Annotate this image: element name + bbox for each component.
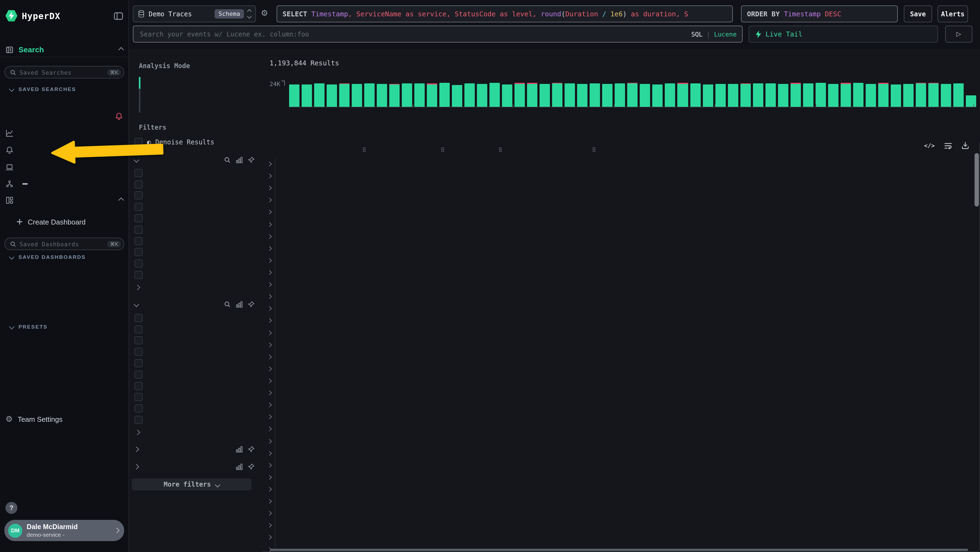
checkbox[interactable] — [134, 314, 143, 322]
saved-search-item[interactable] — [5, 110, 123, 122]
row-expand-chevron[interactable] — [268, 531, 275, 544]
filter-checkbox-item[interactable] — [129, 167, 262, 179]
nav-search[interactable]: Search — [5, 44, 123, 56]
row-expand-chevron[interactable] — [268, 411, 275, 423]
row-expand-chevron[interactable] — [268, 423, 275, 435]
chart-icon[interactable] — [236, 301, 243, 308]
filter-checkbox-item[interactable] — [129, 346, 262, 358]
filter-checkbox-item[interactable] — [129, 269, 262, 281]
lang-sql[interactable]: SQL — [691, 30, 703, 38]
row-expand-chevron[interactable] — [268, 242, 275, 254]
table-row[interactable] — [262, 242, 980, 254]
chart-icon[interactable] — [236, 446, 243, 453]
team-settings-button[interactable]: ⚙ Team Settings — [5, 413, 123, 425]
show-more-button[interactable] — [129, 427, 262, 438]
table-row[interactable] — [262, 170, 980, 182]
play-button[interactable]: ▷ — [945, 26, 972, 43]
table-row[interactable] — [262, 158, 980, 170]
checkbox[interactable] — [134, 271, 143, 279]
saved-searches-section[interactable]: SAVED SEARCHES — [10, 86, 76, 92]
column-header-level[interactable] — [441, 147, 499, 152]
query-language-toggle[interactable]: SQL | Lucene — [691, 30, 737, 38]
row-expand-chevron[interactable] — [268, 471, 275, 483]
column-header-service[interactable] — [363, 147, 441, 152]
filter-checkbox-item[interactable] — [129, 312, 262, 324]
row-expand-chevron[interactable] — [268, 303, 275, 315]
analysis-mode-results-table[interactable] — [148, 75, 253, 88]
row-expand-chevron[interactable] — [268, 278, 275, 290]
row-expand-chevron[interactable] — [268, 182, 275, 194]
table-row[interactable] — [262, 459, 980, 471]
table-row[interactable] — [262, 278, 980, 290]
source-select[interactable]: Demo Traces Schema — [133, 5, 256, 22]
filter-group-header[interactable] — [129, 298, 262, 311]
checkbox[interactable] — [134, 370, 143, 379]
table-row[interactable] — [262, 266, 980, 278]
filter-checkbox-item[interactable] — [129, 224, 262, 235]
row-expand-chevron[interactable] — [268, 520, 275, 531]
filter-checkbox-item[interactable] — [129, 190, 262, 201]
user-menu[interactable]: DM Dale McDiarmid demo-service - — [4, 520, 124, 541]
checkbox[interactable] — [134, 359, 143, 367]
row-expand-chevron[interactable] — [268, 387, 275, 399]
pin-icon[interactable] — [248, 301, 255, 308]
schema-badge[interactable]: Schema — [215, 9, 244, 19]
table-row[interactable] — [262, 194, 980, 206]
chart-icon[interactable] — [236, 463, 243, 471]
vertical-scrollbar[interactable] — [975, 153, 979, 206]
table-row[interactable] — [262, 315, 980, 327]
table-row[interactable] — [262, 423, 980, 435]
sidebar-collapse-icon[interactable] — [114, 12, 123, 20]
checkbox[interactable] — [134, 404, 143, 413]
saved-searches-input[interactable]: Saved Searches ⌘K — [4, 66, 124, 78]
table-row[interactable] — [262, 182, 980, 194]
row-expand-chevron[interactable] — [268, 158, 275, 170]
row-expand-chevron[interactable] — [268, 351, 275, 363]
search-icon[interactable] — [224, 301, 231, 308]
filter-checkbox-item[interactable] — [129, 391, 262, 403]
checkbox[interactable] — [134, 382, 143, 390]
checkbox[interactable] — [134, 203, 143, 211]
filter-checkbox-item[interactable] — [129, 201, 262, 213]
filter-checkbox-item[interactable] — [129, 179, 262, 190]
checkbox[interactable] — [134, 248, 143, 256]
drag-grip-icon[interactable] — [592, 147, 596, 152]
show-more-button[interactable] — [129, 282, 262, 293]
checkbox[interactable] — [134, 180, 143, 188]
row-expand-chevron[interactable] — [268, 339, 275, 351]
pin-icon[interactable] — [248, 446, 255, 453]
sidebar-item-chart-explorer[interactable] — [5, 127, 123, 139]
wrap-text-icon[interactable] — [944, 142, 952, 149]
filter-checkbox-item[interactable] — [129, 247, 262, 258]
presets-section[interactable]: PRESETS — [10, 324, 48, 330]
row-expand-chevron[interactable] — [268, 459, 275, 471]
row-expand-chevron[interactable] — [268, 266, 275, 278]
row-expand-chevron[interactable] — [268, 218, 275, 230]
table-row[interactable] — [262, 531, 980, 544]
row-expand-chevron[interactable] — [268, 170, 275, 182]
table-row[interactable] — [262, 230, 980, 242]
more-filters-button[interactable]: More filters — [132, 479, 251, 490]
checkbox[interactable] — [134, 191, 143, 200]
drag-grip-icon[interactable] — [499, 147, 502, 152]
checkbox[interactable] — [134, 260, 143, 268]
row-expand-chevron[interactable] — [268, 507, 275, 519]
checkbox[interactable] — [134, 214, 143, 222]
row-expand-chevron[interactable] — [268, 495, 275, 507]
code-view-icon[interactable]: </> — [924, 142, 935, 149]
filter-checkbox-item[interactable] — [129, 369, 262, 380]
table-row[interactable] — [262, 411, 980, 423]
table-row[interactable] — [262, 327, 980, 339]
checkbox[interactable] — [134, 325, 143, 333]
gear-icon[interactable]: ⚙ — [261, 9, 268, 17]
checkbox[interactable] — [134, 416, 143, 424]
checkbox[interactable] — [134, 348, 143, 356]
table-row[interactable] — [262, 351, 980, 363]
table-row[interactable] — [262, 520, 980, 531]
alerts-button[interactable]: Alerts — [937, 5, 968, 22]
drag-grip-icon[interactable] — [363, 147, 366, 152]
column-header-duration[interactable] — [499, 147, 592, 152]
table-row[interactable] — [262, 290, 980, 302]
row-expand-chevron[interactable] — [268, 447, 275, 459]
checkbox[interactable] — [134, 393, 143, 401]
